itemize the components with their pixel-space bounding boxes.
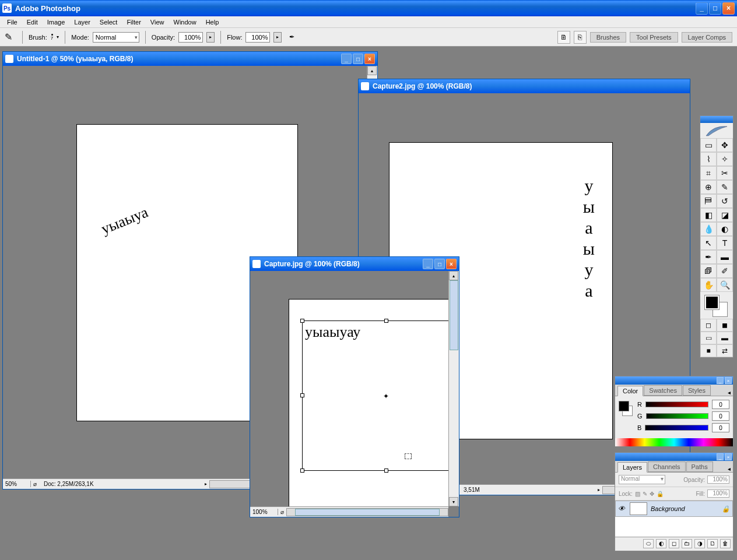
visibility-icon[interactable]: 👁 (618, 505, 626, 513)
new-layer-icon[interactable]: 🗋 (707, 539, 718, 548)
hand-tool-icon[interactable]: ✋ (700, 278, 717, 292)
color-swatches[interactable] (700, 292, 733, 319)
dodge-tool-icon[interactable]: ◐ (717, 222, 733, 236)
quickmask-mode-icon[interactable]: ◼ (717, 319, 733, 332)
tab-channels[interactable]: Channels (648, 462, 685, 472)
lock-transparency-icon[interactable]: ▨ (635, 491, 640, 497)
transform-handle-tc[interactable] (384, 319, 388, 323)
transform-bounding-box[interactable]: уыаыуау ✦ (302, 320, 448, 471)
opacity-flyout[interactable]: ▸ (206, 32, 215, 43)
b-slider[interactable] (645, 425, 708, 431)
doc1-maximize-button[interactable]: □ (353, 54, 363, 64)
layer-name[interactable]: Background (651, 505, 685, 512)
menu-file[interactable]: File (2, 17, 22, 27)
gradient-tool-icon[interactable]: ◪ (717, 208, 733, 222)
panel-close-button[interactable]: × (725, 453, 732, 460)
screen-full-menu-icon[interactable]: ▬ (717, 332, 733, 344)
transform-handle-tl[interactable] (300, 319, 304, 323)
move-tool-icon[interactable]: ✥ (717, 138, 733, 152)
foreground-color-swatch[interactable] (705, 295, 719, 309)
panel-minimize-button[interactable]: _ (717, 453, 724, 460)
flow-input[interactable] (245, 32, 270, 43)
layer-mask-icon[interactable]: ◻ (669, 539, 679, 548)
palette-well-icon[interactable]: ⎘ (574, 31, 587, 44)
doc3-canvas-area[interactable]: уыаыуау ✦ (250, 271, 448, 506)
slice-tool-icon[interactable]: ✂ (717, 166, 733, 180)
menu-layer[interactable]: Layer (69, 17, 95, 27)
menu-view[interactable]: View (146, 17, 169, 27)
screen-full-icon[interactable]: ■ (700, 344, 717, 357)
type-tool-icon[interactable]: T (717, 236, 733, 250)
history-brush-tool-icon[interactable]: ↺ (717, 194, 733, 208)
menu-window[interactable]: Window (169, 17, 201, 27)
tab-swatches[interactable]: Swatches (644, 385, 682, 396)
crop-tool-icon[interactable]: ⌗ (700, 166, 717, 180)
r-input[interactable] (712, 400, 729, 409)
new-group-icon[interactable]: 🗀 (682, 539, 692, 548)
fill-input[interactable]: 100% (707, 489, 729, 498)
doc3-close-button[interactable]: × (446, 259, 457, 269)
dock-tab-toolpresets[interactable]: Tool Presets (630, 32, 678, 43)
doc1-minimize-button[interactable]: _ (341, 54, 352, 64)
doc3-canvas[interactable]: уыаыуау ✦ (289, 299, 448, 506)
link-icon[interactable]: ⬭ (643, 539, 654, 548)
opacity-input[interactable] (178, 32, 203, 43)
panel-minimize-button[interactable]: _ (717, 377, 724, 384)
doc3-scrollbar-horizontal[interactable] (286, 508, 448, 516)
layers-panel-header[interactable]: _ × (615, 453, 733, 461)
tab-color[interactable]: Color (617, 386, 643, 396)
color-panel-header[interactable]: _ × (615, 376, 733, 385)
panel-close-button[interactable]: × (725, 377, 732, 384)
transform-handle-bl[interactable] (300, 469, 304, 473)
info-icon[interactable]: ⌀ (33, 481, 37, 487)
flow-flyout[interactable]: ▸ (273, 32, 282, 43)
delete-layer-icon[interactable]: 🗑 (720, 539, 731, 548)
layer-row-background[interactable]: 👁 Background 🔒 (615, 501, 733, 517)
tool-preset-icon[interactable] (5, 31, 16, 43)
photoshop-logo-icon[interactable] (700, 123, 733, 138)
g-input[interactable] (712, 411, 729, 421)
path-select-tool-icon[interactable]: ↖ (700, 236, 717, 250)
zoom-tool-icon[interactable]: 🔍 (717, 278, 733, 292)
shape-tool-icon[interactable]: ▬ (717, 250, 733, 264)
blur-tool-icon[interactable]: 💧 (700, 222, 717, 236)
file-browser-icon[interactable]: 🗎 (557, 31, 570, 44)
menu-select[interactable]: Select (95, 17, 122, 27)
doc3-scroll-thumb-h[interactable] (295, 509, 440, 516)
doc3-scroll-thumb-v[interactable] (450, 280, 458, 350)
menu-image[interactable]: Image (43, 17, 70, 27)
standard-mode-icon[interactable]: ◻ (700, 319, 717, 332)
doc3-scrollbar-vertical[interactable]: ▴ ▾ (448, 271, 459, 506)
maximize-button[interactable]: □ (709, 2, 721, 15)
eyedropper-tool-icon[interactable]: ✐ (717, 264, 733, 278)
g-slider[interactable] (646, 413, 708, 419)
marquee-tool-icon[interactable]: ▭ (700, 138, 717, 152)
layer-thumbnail[interactable] (630, 502, 647, 515)
imageready-icon[interactable]: ⇄ (717, 344, 733, 357)
blend-mode-select[interactable]: Normal (619, 475, 665, 484)
tools-palette[interactable]: ▭ ✥ ⌇ ✧ ⌗ ✂ ⊕ ✎ ⛿ ↺ ◧ ◪ 💧 ◐ ↖ T ✒ ▬ 🗊 ✐ … (700, 115, 734, 358)
doc3-titlebar[interactable]: Capture.jpg @ 100% (RGB/8) _ □ × (250, 257, 459, 271)
adjustment-layer-icon[interactable]: ◑ (694, 539, 705, 548)
color-spectrum[interactable] (615, 438, 733, 446)
doc3-zoom[interactable]: 100% (250, 509, 278, 515)
menu-filter[interactable]: Filter (122, 17, 145, 27)
doc3-minimize-button[interactable]: _ (423, 259, 433, 269)
transform-handle-ml[interactable] (300, 393, 304, 397)
menu-edit[interactable]: Edit (22, 17, 43, 27)
transform-handle-bc[interactable] (384, 469, 388, 473)
panel-menu-icon[interactable]: ◂ (728, 466, 731, 472)
healing-tool-icon[interactable]: ⊕ (700, 180, 717, 194)
lock-position-icon[interactable]: ✥ (650, 491, 654, 497)
dock-tab-brushes[interactable]: Brushes (590, 32, 626, 43)
doc1-zoom[interactable]: 50% (3, 481, 31, 487)
doc2-titlebar[interactable]: Capture2.jpg @ 100% (RGB/8) (359, 79, 690, 93)
minimize-button[interactable]: _ (696, 2, 708, 15)
layer-style-icon[interactable]: ◐ (656, 539, 666, 548)
pen-tool-icon[interactable]: ✒ (700, 250, 717, 264)
brush-tool-icon[interactable]: ✎ (717, 180, 733, 194)
lock-all-icon[interactable]: 🔒 (657, 491, 664, 497)
brush-picker[interactable]: 7 (51, 34, 53, 41)
menu-help[interactable]: Help (201, 17, 224, 27)
lock-pixels-icon[interactable]: ✎ (643, 491, 647, 497)
